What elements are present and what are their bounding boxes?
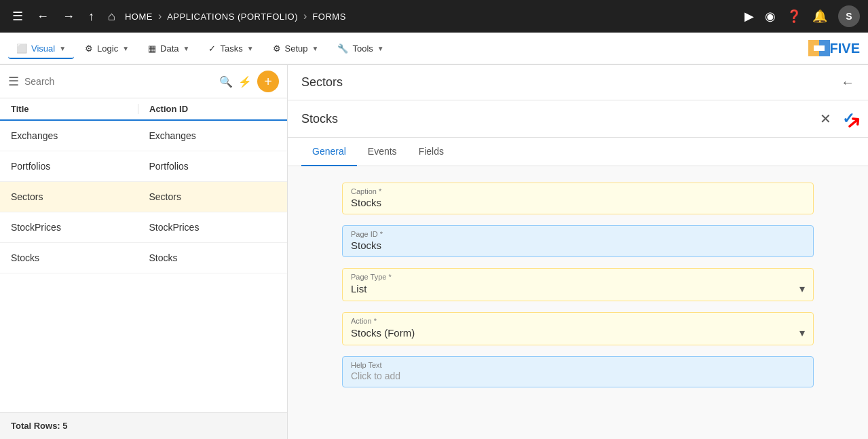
table-row[interactable]: Portfolios Portfolios [0, 151, 287, 182]
breadcrumb-forms[interactable]: FORMS [312, 12, 345, 22]
breadcrumb-home[interactable]: HOME [125, 12, 153, 22]
row-action-id: Stocks [138, 252, 277, 263]
search-icon[interactable]: 🔍 [219, 75, 233, 88]
tools-icon: 🔧 [337, 43, 348, 54]
hamburger-icon[interactable]: ☰ [8, 6, 27, 26]
forward-nav-icon[interactable]: → [58, 7, 79, 26]
five-logo: FIVE [808, 40, 860, 56]
help-icon[interactable]: ❓ [787, 9, 801, 24]
page-id-field-wrapper: Page ID * Stocks [342, 225, 814, 257]
breadcrumb-arrow-1: › [158, 10, 162, 22]
close-icon[interactable]: ✕ [820, 111, 831, 127]
main-layout: ☰ 🔍 ⚡ + Title Action ID Exchanges Exchan… [0, 65, 868, 439]
left-panel-menu-icon[interactable]: ☰ [8, 74, 19, 89]
chevron-down-icon: ▼ [122, 45, 129, 52]
chevron-down-icon: ▼ [183, 45, 190, 52]
form-fields: Caption * Stocks Page ID * Stocks Page T… [288, 166, 868, 404]
row-title: Portfolios [11, 161, 138, 172]
tabs-bar: General Events Fields [288, 138, 868, 166]
breadcrumb-applications[interactable]: APPLICATIONS (PORTFOLIO) [167, 12, 298, 22]
action-field-wrapper[interactable]: Action * Stocks (Form) ▾ [342, 312, 814, 345]
breadcrumb-arrow-2: › [303, 10, 307, 22]
sectors-panel-header: Sectors ← [288, 65, 868, 100]
top-nav-right: ▶ ◉ ❓ 🔔 S [744, 5, 860, 27]
page-type-dropdown[interactable]: List ▾ [343, 281, 813, 301]
tab-fields[interactable]: Fields [408, 138, 455, 166]
toolbar-item-setup[interactable]: ⚙ Setup ▼ [265, 39, 327, 58]
top-nav-bar: ☰ ← → ↑ ⌂ HOME › APPLICATIONS (PORTFOLIO… [0, 0, 868, 33]
row-action-id: Sectors [138, 191, 277, 202]
caption-field-wrapper: Caption * Stocks [342, 183, 814, 214]
stocks-header: Stocks ✕ ✓ ➜ [288, 100, 868, 138]
confirm-icon[interactable]: ✓ [842, 110, 854, 128]
row-action-id: StockPrices [138, 222, 277, 233]
svg-marker-0 [808, 40, 819, 56]
table-row[interactable]: StockPrices StockPrices [0, 212, 287, 243]
caption-value[interactable]: Stocks [343, 195, 813, 214]
search-input[interactable] [24, 76, 214, 87]
row-title: Exchanges [11, 130, 138, 141]
toolbar-item-visual[interactable]: ⬜ Visual ▼ [8, 39, 74, 59]
lightning-icon[interactable]: ⚡ [238, 75, 252, 88]
table-row[interactable]: Exchanges Exchanges [0, 121, 287, 151]
record-icon[interactable]: ◉ [765, 9, 776, 24]
page-id-value[interactable]: Stocks [343, 238, 813, 256]
toolbar-item-tasks[interactable]: ✓ Tasks ▼ [200, 39, 261, 58]
column-actionid-header: Action ID [138, 104, 276, 114]
row-title: Sectors [11, 191, 138, 202]
five-logo-icon [808, 40, 830, 56]
toolbar-item-data[interactable]: ▦ Data ▼ [140, 39, 197, 58]
help-text-value[interactable]: Click to add [343, 369, 813, 387]
page-type-value: List [351, 283, 366, 294]
table-body: Exchanges Exchanges Portfolios Portfolio… [0, 121, 287, 412]
tab-general[interactable]: General [301, 138, 357, 166]
chevron-down-icon: ▾ [799, 282, 805, 295]
column-title-header: Title [11, 104, 138, 114]
up-nav-icon[interactable]: ↑ [84, 7, 98, 26]
toolbar: ⬜ Visual ▼ ⚙ Logic ▼ ▦ Data ▼ ✓ Tasks ▼ … [0, 33, 868, 65]
page-type-field-wrapper[interactable]: Page Type * List ▾ [342, 268, 814, 301]
add-button[interactable]: + [257, 71, 279, 92]
chevron-down-icon: ▼ [247, 45, 254, 52]
chevron-down-icon: ▼ [59, 45, 66, 52]
search-bar: ☰ 🔍 ⚡ + [0, 65, 287, 98]
action-value: Stocks (Form) [351, 327, 415, 339]
page-type-label: Page Type * [343, 269, 813, 281]
stocks-header-actions: ✕ ✓ ➜ [820, 110, 854, 128]
table-row[interactable]: Sectors Sectors [0, 182, 287, 212]
caption-label: Caption * [343, 183, 813, 195]
setup-icon: ⚙ [273, 43, 281, 54]
action-label: Action * [343, 313, 813, 325]
table-header: Title Action ID [0, 98, 287, 121]
chevron-down-icon: ▼ [377, 45, 384, 52]
panel-back-icon[interactable]: ← [841, 75, 854, 90]
row-title: StockPrices [11, 222, 138, 233]
right-panel: Sectors ← Stocks ✕ ✓ ➜ General Events Fi… [288, 65, 868, 439]
table-footer: Total Rows: 5 [0, 412, 287, 439]
notification-icon[interactable]: 🔔 [812, 9, 827, 24]
chevron-down-icon: ▾ [799, 326, 805, 339]
table-row[interactable]: Stocks Stocks [0, 243, 287, 273]
tab-events[interactable]: Events [357, 138, 408, 166]
home-icon[interactable]: ⌂ [104, 7, 119, 26]
row-action-id: Portfolios [138, 161, 277, 172]
action-dropdown[interactable]: Stocks (Form) ▾ [343, 325, 813, 345]
row-title: Stocks [11, 252, 138, 263]
back-nav-icon[interactable]: ← [33, 7, 53, 26]
row-action-id: Exchanges [138, 130, 277, 141]
avatar[interactable]: S [838, 5, 860, 27]
play-icon[interactable]: ▶ [744, 9, 754, 24]
left-panel: ☰ 🔍 ⚡ + Title Action ID Exchanges Exchan… [0, 65, 288, 439]
toolbar-item-logic[interactable]: ⚙ Logic ▼ [77, 39, 137, 58]
help-text-label: Help Text [343, 357, 813, 369]
page-id-label: Page ID * [343, 226, 813, 238]
logic-icon: ⚙ [85, 43, 93, 54]
visual-icon: ⬜ [16, 43, 27, 54]
help-text-field-wrapper: Help Text Click to add [342, 356, 814, 387]
stocks-title: Stocks [301, 112, 338, 126]
svg-marker-1 [819, 40, 830, 56]
data-icon: ▦ [148, 43, 156, 54]
chevron-down-icon: ▼ [312, 45, 319, 52]
tasks-icon: ✓ [208, 43, 216, 54]
toolbar-item-tools[interactable]: 🔧 Tools ▼ [329, 39, 392, 58]
